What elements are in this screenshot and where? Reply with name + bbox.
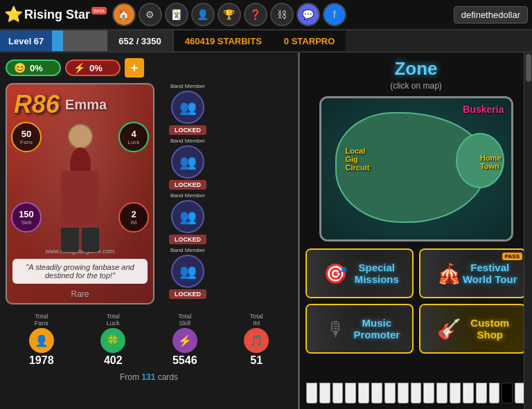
custom-shop-thumbnail: 🎸 [420, 305, 478, 352]
energy-icon: ⚡ [73, 62, 85, 73]
special-missions-label: SpecialMissions [355, 262, 399, 285]
piano-key-15 [489, 383, 500, 403]
nav-icon-cards[interactable]: 🃏 [165, 3, 188, 26]
band-member-slot-4: Band Member 👥 LOCKED [160, 247, 215, 299]
map-background: Buskeria Local Gig Circuit HomeTown [321, 98, 511, 239]
total-luck-label: TotalLuck [107, 313, 120, 327]
star-icon: ⭐ [4, 6, 23, 24]
piano-keys [305, 383, 526, 403]
character-figure [61, 124, 99, 252]
top-nav: ⭐ Rising Star beta 🏠 ⚙ 🃏 👤 🏆 ❓ ⛓ 💬 f def… [0, 0, 532, 30]
piano-key-8 [398, 383, 409, 403]
ego-bar: 😊 0% [6, 60, 61, 76]
card-rarity: Rare [7, 287, 153, 302]
nav-icon-menu[interactable]: ⚙ [139, 3, 162, 26]
band-member-slot-1: Band Member 👥 LOCKED [160, 83, 215, 135]
level-bar: Level 67 652 / 3350 460419 STARBITS 0 ST… [0, 30, 532, 53]
band-members-panel: Band Member 👥 LOCKED Band Member 👥 LOCKE… [160, 83, 215, 305]
band-member-locked-3: LOCKED [169, 235, 206, 244]
energy-bar: ⚡ 0% [65, 60, 121, 76]
piano-key-16 [502, 383, 513, 403]
piano-key-7 [384, 383, 396, 403]
level-progress-bar [52, 30, 107, 51]
total-luck: TotalLuck 🍀 402 [100, 313, 125, 367]
level-label: Level 67 [0, 30, 52, 51]
home-button[interactable]: 🏠 [112, 3, 136, 26]
total-im: TotalIM 🎵 51 [244, 313, 269, 367]
nav-icon-chain[interactable]: ⛓ [270, 3, 294, 26]
band-member-locked-4: LOCKED [169, 289, 206, 299]
band-member-slot-3: Band Member 👥 LOCKED [160, 192, 215, 244]
map-label-local-gig[interactable]: Local Gig Circuit [346, 147, 370, 172]
piano-key-4 [345, 383, 356, 403]
band-member-icon-1[interactable]: 👥 [171, 91, 204, 124]
band-member-label-2: Band Member [170, 138, 205, 144]
nav-icon-help[interactable]: ❓ [244, 3, 267, 26]
band-member-label-4: Band Member [170, 247, 205, 253]
music-promoter-label: MusicPromoter [353, 317, 400, 340]
right-panel: Zone (click on map) Buskeria Local Gig C… [298, 53, 532, 409]
band-member-icon-2[interactable]: 👥 [171, 145, 204, 179]
fans-total-value: 1978 [29, 354, 54, 367]
map-label-home-town[interactable]: HomeTown [480, 154, 502, 170]
starbits-display: 460419 STARBITS [172, 30, 273, 51]
custom-shop-label: CustomShop [470, 317, 509, 340]
scrollbar[interactable] [524, 53, 532, 409]
total-skill-label: TotalSkill [178, 313, 191, 327]
app-title: Rising Star [24, 8, 90, 22]
custom-shop-button[interactable]: 🎸 CustomShop [419, 304, 527, 354]
nav-icon-facebook[interactable]: f [323, 3, 346, 26]
luck-icon-circle: 🍀 [100, 328, 125, 353]
piano-key-9 [411, 383, 422, 403]
fans-icon-circle: 👤 [29, 328, 54, 353]
ego-percent: 0% [30, 63, 43, 73]
special-missions-button[interactable]: 🎯 SpecialMissions [305, 248, 414, 298]
piano-key-13 [463, 383, 474, 403]
total-fans: TotalFans 👤 1978 [29, 313, 54, 367]
map-label-buskeria[interactable]: Buskeria [463, 104, 504, 115]
band-member-label-3: Band Member [170, 192, 205, 199]
luck-total-value: 402 [104, 354, 123, 367]
user-badge[interactable]: definethedollar [454, 6, 528, 24]
fans-stat: 50 Fans [11, 122, 42, 152]
piano-key-14 [476, 383, 487, 403]
festival-world-tour-button[interactable]: 🎪 FestivalWorld Tour PASS [419, 248, 527, 298]
nav-icon-trophy[interactable]: 🏆 [218, 3, 241, 26]
beta-badge: beta [91, 7, 107, 15]
nav-icon-profile[interactable]: 👤 [191, 3, 215, 26]
from-cards-text: From 131 cards [6, 372, 292, 382]
left-panel: 😊 0% ⚡ 0% + R86 Emma [0, 53, 298, 409]
card-name: Emma [65, 97, 107, 113]
card-quote: "A steadily growing fanbase and destined… [12, 259, 148, 284]
starpro-display: 0 STARPRO [273, 30, 346, 51]
im-stat: 2 IM [118, 202, 149, 233]
card-header: R86 Emma [7, 84, 153, 122]
band-member-icon-3[interactable]: 👥 [171, 200, 204, 233]
total-skill: TotalSkill ⚡ 5546 [172, 313, 197, 367]
band-member-icon-4[interactable]: 👥 [171, 255, 204, 288]
music-promoter-button[interactable]: 🎙 MusicPromoter [305, 304, 414, 354]
zone-subtitle: (click on map) [390, 81, 442, 91]
plus-button[interactable]: + [125, 58, 144, 78]
skill-stat: 150 Skill [11, 202, 42, 233]
scrollbar-thumb[interactable] [526, 54, 531, 82]
ego-icon: 😊 [14, 62, 26, 73]
festival-world-tour-label: FestivalWorld Tour [463, 262, 517, 285]
card-rank: R86 [14, 90, 60, 119]
energy-percent: 0% [89, 63, 103, 73]
card-image: 50 Fans 4 Luck [7, 122, 153, 246]
skill-total-value: 5546 [172, 354, 197, 367]
level-xp: 652 / 3350 [107, 30, 172, 51]
im-icon-circle: 🎵 [244, 328, 269, 353]
piano-key-3 [332, 383, 344, 403]
zone-buttons: 🎯 SpecialMissions 🎪 FestivalWorld Tour P… [305, 248, 526, 354]
zone-title: Zone [394, 58, 437, 80]
band-member-locked-1: LOCKED [169, 125, 206, 135]
totals-row: TotalFans 👤 1978 TotalLuck 🍀 402 TotalSk… [6, 310, 292, 370]
zone-map[interactable]: Buskeria Local Gig Circuit HomeTown [319, 96, 513, 242]
piano-key-11 [436, 383, 447, 403]
main-layout: 😊 0% ⚡ 0% + R86 Emma [0, 53, 532, 409]
logo: ⭐ Rising Star beta [4, 6, 107, 24]
piano-key-10 [423, 383, 434, 403]
nav-icon-discord[interactable]: 💬 [296, 3, 320, 26]
